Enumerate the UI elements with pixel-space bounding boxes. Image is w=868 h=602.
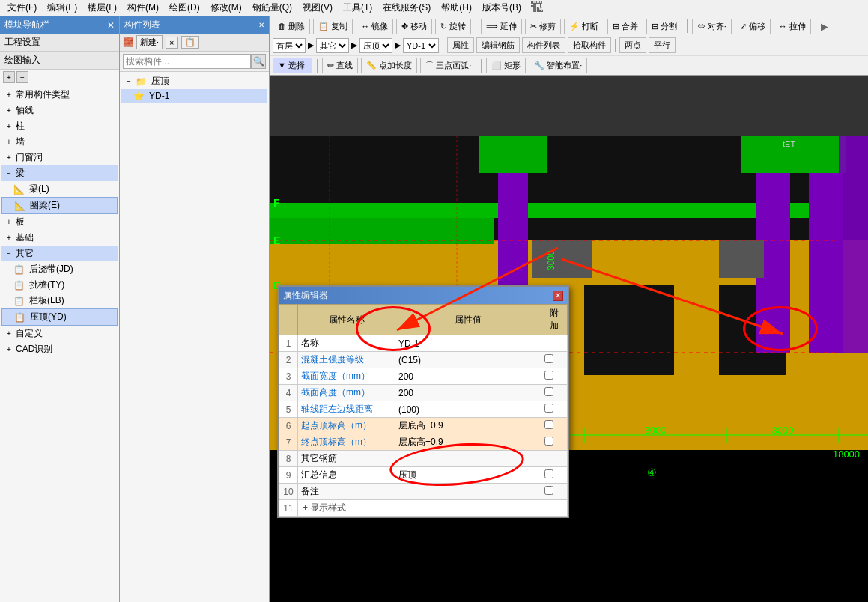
sidebar-item-custom[interactable]: + 自定义 (1, 326, 118, 341)
row-9-value[interactable]: 压顶 (395, 467, 541, 484)
copy-btn[interactable]: 📋 复制 (313, 19, 353, 34)
sidebar-item-other[interactable]: − 其它 (1, 246, 118, 261)
sidebar-item-parapet[interactable]: 📋 栏板(LB) (1, 293, 118, 308)
row-9-checkbox[interactable] (544, 469, 553, 478)
smart-place-btn[interactable]: 🔧 智能布置· (529, 58, 587, 73)
copy-component-btn[interactable]: 📋 (181, 36, 199, 49)
floor-select[interactable]: 首层 (273, 38, 306, 53)
row-6-checkbox[interactable] (544, 420, 553, 429)
row-10-value[interactable] (395, 484, 541, 500)
row-4-value[interactable]: 200 (395, 385, 541, 401)
search-button[interactable]: 🔍 (251, 54, 266, 69)
row-7-value[interactable]: 层底高+0.9 (395, 434, 541, 451)
comp-select[interactable]: YD-1 (403, 38, 439, 53)
two-point-btn[interactable]: 两点 (619, 37, 646, 53)
edit-rebar-btn[interactable]: 编辑钢筋 (476, 37, 520, 53)
comp-list-btn[interactable]: 构件列表 (522, 37, 565, 53)
menu-view[interactable]: 视图(V) (298, 0, 337, 16)
sidebar-collapse-btn[interactable]: − (16, 71, 28, 83)
delete-btn[interactable]: 🗑 删除 (273, 19, 310, 34)
line-btn[interactable]: ✏ 直线 (322, 58, 358, 73)
arc-btn[interactable]: ⌒ 三点画弧· (420, 58, 476, 73)
sidebar-item-axis[interactable]: + 轴线 (1, 103, 118, 118)
delete-component-btn[interactable]: × (166, 37, 177, 49)
break-btn[interactable]: ⚡ 打断 (564, 19, 604, 34)
row-5-checkbox[interactable] (544, 404, 553, 413)
row-3-value[interactable]: 200 (395, 368, 541, 385)
dialog-close-btn[interactable]: ✕ (553, 291, 563, 301)
comp-tree-yd1[interactable]: ⭐ YD-1 (121, 89, 267, 103)
row-1-value[interactable]: YD-1 (395, 335, 541, 352)
sidebar-close-btn[interactable]: ✕ (107, 20, 115, 31)
menu-file[interactable]: 文件(F) (3, 0, 41, 16)
pick-comp-btn[interactable]: 拾取构件 (568, 37, 611, 53)
sidebar-item-cad[interactable]: + CAD识别 (1, 341, 118, 357)
rotate-btn[interactable]: ↻ 旋转 (435, 19, 471, 34)
sidebar-item-foundation[interactable]: + 基础 (1, 230, 118, 246)
split-btn[interactable]: ⊟ 分割 (646, 19, 682, 34)
row-8-value[interactable] (395, 451, 541, 467)
attr-btn[interactable]: 属性 (447, 37, 474, 53)
row-7-checkbox[interactable] (544, 437, 553, 446)
extend-btn[interactable]: ⟹ 延伸 (481, 19, 522, 34)
sidebar-expand-btn[interactable]: + (3, 71, 15, 83)
sidebar-item-coping[interactable]: 📋 压顶(YD) (1, 308, 118, 326)
menu-rebar[interactable]: 钢筋量(Q) (248, 0, 297, 16)
row-11-expand[interactable]: + 显示样式 (298, 500, 568, 517)
sidebar-settings[interactable]: 工程设置 (0, 34, 119, 52)
attr-row-11[interactable]: 11 + 显示样式 (279, 500, 568, 517)
sidebar-item-column[interactable]: + 柱 (1, 118, 118, 134)
row-9-extra[interactable] (541, 467, 568, 484)
sidebar-item-beam-l[interactable]: 📐 梁(L) (1, 181, 118, 197)
align-btn[interactable]: ⇔ 对齐· (692, 19, 732, 34)
rect-btn[interactable]: ⬜ 矩形 (486, 58, 526, 73)
sidebar-drawing[interactable]: 绘图输入 (0, 52, 119, 70)
sidebar-item-postcast[interactable]: 📋 后浇带(JD) (1, 261, 118, 277)
row-4-checkbox[interactable] (544, 387, 553, 396)
comp-tree-coping[interactable]: − 📁 压顶 (121, 73, 267, 89)
row-10-extra[interactable] (541, 484, 568, 500)
row-4-extra[interactable] (541, 385, 568, 401)
stretch-btn[interactable]: ↔ 拉伸 (774, 19, 811, 34)
menu-modify[interactable]: 修改(M) (206, 0, 246, 16)
sidebar-item-cornice[interactable]: 📋 挑檐(TY) (1, 277, 118, 293)
menu-help[interactable]: 帮助(H) (437, 0, 476, 16)
row-3-checkbox[interactable] (544, 371, 553, 380)
sidebar-item-beam[interactable]: − 梁 (1, 165, 118, 181)
menu-version[interactable]: 版本号(B) (478, 0, 526, 16)
row-2-checkbox[interactable] (544, 354, 553, 363)
menu-draw[interactable]: 绘图(D) (165, 0, 204, 16)
menu-online[interactable]: 在线服务(S) (378, 0, 435, 16)
merge-btn[interactable]: ⊞ 合并 (607, 19, 643, 34)
menu-tools[interactable]: 工具(T) (339, 0, 377, 16)
parallel-btn[interactable]: 平行 (649, 37, 676, 53)
row-3-extra[interactable] (541, 368, 568, 385)
row-5-value[interactable]: (100) (395, 401, 541, 418)
row-10-checkbox[interactable] (544, 486, 553, 495)
row-2-value[interactable]: (C15) (395, 352, 541, 368)
row-6-value[interactable]: 层底高+0.9 (395, 418, 541, 434)
menu-component[interactable]: 构件(M) (123, 0, 163, 16)
menu-floor[interactable]: 楼层(L) (83, 0, 121, 16)
sidebar-item-slab[interactable]: + 板 (1, 214, 118, 230)
other-select[interactable]: 其它 (316, 38, 349, 53)
trim-btn[interactable]: ✂ 修剪 (525, 19, 561, 34)
search-input[interactable] (123, 54, 251, 69)
point-length-btn[interactable]: 📏 点加长度 (361, 58, 417, 73)
sidebar-item-wall[interactable]: + 墙 (1, 134, 118, 150)
mirror-btn[interactable]: ↔ 镜像 (356, 19, 393, 34)
menu-edit[interactable]: 编辑(E) (43, 0, 82, 16)
move-btn[interactable]: ✥ 移动 (396, 19, 432, 34)
sidebar-item-door[interactable]: + 门窗洞 (1, 150, 118, 165)
select-btn[interactable]: ▼ 选择· (273, 58, 312, 73)
component-list-close[interactable]: ✕ (258, 21, 264, 29)
row-5-extra[interactable] (541, 401, 568, 418)
offset-btn[interactable]: ⤢ 偏移 (735, 19, 771, 34)
row-6-extra[interactable] (541, 418, 568, 434)
row-2-extra[interactable] (541, 352, 568, 368)
sidebar-item-common[interactable]: + 常用构件类型 (1, 87, 118, 103)
sidebar-item-beam-e[interactable]: 📐 圈梁(E) (1, 197, 118, 214)
type-select[interactable]: 压顶 (359, 38, 392, 53)
row-7-extra[interactable] (541, 434, 568, 451)
new-component-btn[interactable]: 新建· (136, 35, 163, 49)
